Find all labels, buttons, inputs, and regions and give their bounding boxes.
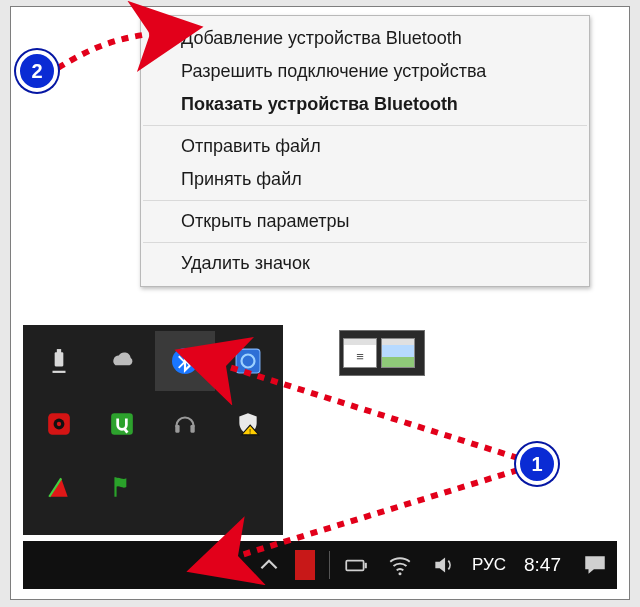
tray-overflow-panel: !	[23, 325, 283, 535]
tray-icon-onedrive[interactable]	[92, 331, 152, 391]
red-triangle-icon	[45, 473, 73, 501]
wifi-icon	[386, 551, 414, 579]
taskbar-volume[interactable]	[422, 541, 466, 589]
svg-rect-9	[111, 413, 133, 435]
thumbnail-photo-icon[interactable]	[381, 338, 415, 368]
security-alert-icon: !	[234, 410, 262, 438]
taskbar-wifi[interactable]	[378, 541, 422, 589]
tray-icon-utorrent[interactable]	[92, 394, 152, 454]
svg-rect-10	[175, 425, 179, 433]
taskbar-battery[interactable]	[334, 541, 378, 589]
screenshot-frame: Добавление устройства Bluetooth Разрешит…	[10, 6, 630, 600]
menu-separator	[143, 242, 587, 243]
tray-icon-bandicam[interactable]	[29, 394, 89, 454]
taskbar-app-tile[interactable]	[295, 550, 325, 580]
window-switcher[interactable]: ≡	[339, 330, 425, 376]
menu-separator	[143, 125, 587, 126]
utorrent-icon	[108, 410, 136, 438]
callout-1: 1	[516, 443, 558, 485]
menu-item-remove-icon[interactable]: Удалить значок	[141, 247, 589, 280]
tray-icon-intel-graphics[interactable]	[218, 331, 278, 391]
svg-point-15	[398, 572, 401, 575]
menu-item-show-devices[interactable]: Показать устройства Bluetooth	[141, 88, 589, 121]
action-center-icon	[581, 551, 609, 579]
flag-icon	[108, 473, 136, 501]
taskbar-action-center[interactable]	[573, 541, 617, 589]
svg-rect-13	[346, 561, 363, 571]
intel-graphics-icon	[234, 347, 262, 375]
taskbar-clock[interactable]: 8:47	[512, 554, 573, 576]
svg-point-8	[57, 422, 61, 426]
tray-chevron-up[interactable]	[247, 541, 291, 589]
usb-eject-icon	[45, 347, 73, 375]
bandicam-icon	[45, 410, 73, 438]
svg-rect-1	[57, 349, 61, 353]
menu-item-receive-file[interactable]: Принять файл	[141, 163, 589, 196]
taskbar-separator	[329, 551, 330, 579]
menu-item-send-file[interactable]: Отправить файл	[141, 130, 589, 163]
tray-empty	[218, 457, 278, 517]
bluetooth-context-menu: Добавление устройства Bluetooth Разрешит…	[140, 15, 590, 287]
tray-empty	[155, 457, 215, 517]
menu-item-add-device[interactable]: Добавление устройства Bluetooth	[141, 22, 589, 55]
taskbar: РУС 8:47	[23, 541, 617, 589]
svg-rect-11	[190, 425, 194, 433]
menu-item-allow-connection[interactable]: Разрешить подключение устройства	[141, 55, 589, 88]
menu-item-open-settings[interactable]: Открыть параметры	[141, 205, 589, 238]
tray-icon-flag[interactable]	[92, 457, 152, 517]
callout-2: 2	[16, 50, 58, 92]
tray-icon-bluetooth[interactable]	[155, 331, 215, 391]
bluetooth-icon	[171, 347, 199, 375]
taskbar-language[interactable]: РУС	[466, 555, 512, 575]
tray-icon-app-red[interactable]	[29, 457, 89, 517]
svg-rect-14	[365, 563, 367, 568]
svg-rect-4	[236, 349, 260, 373]
svg-rect-0	[55, 352, 64, 366]
volume-icon	[430, 551, 458, 579]
headset-icon	[171, 410, 199, 438]
thumbnail-list-icon[interactable]: ≡	[343, 338, 377, 368]
tray-icon-security[interactable]: !	[218, 394, 278, 454]
battery-icon	[342, 551, 370, 579]
svg-rect-2	[53, 371, 66, 373]
tray-icon-usb[interactable]	[29, 331, 89, 391]
chevron-up-icon	[255, 551, 283, 579]
svg-text:!: !	[249, 427, 251, 436]
menu-separator	[143, 200, 587, 201]
onedrive-icon	[108, 347, 136, 375]
tray-icon-headset[interactable]	[155, 394, 215, 454]
